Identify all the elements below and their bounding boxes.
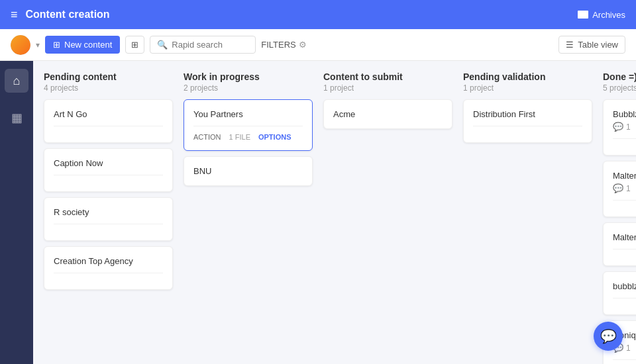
filters-icon: ⚙ [299,40,307,50]
card-title: Art N Go [54,109,163,119]
card-divider [54,273,163,273]
options-button[interactable]: OPTIONS [258,133,292,141]
sidebar-item-board[interactable]: ▦ [5,106,28,130]
hamburger-icon[interactable]: ≡ [11,8,18,22]
card-caption-now[interactable]: Caption Now [44,148,173,192]
column-header-wip: Work in progress 2 projects [184,71,313,93]
table-view-button[interactable]: ☰ Table view [558,36,625,54]
card-divider [54,126,163,126]
card-creation-top-agency[interactable]: Creation Top Agency [44,246,173,290]
card-actions: ACTION 1 FILE OPTIONS [193,133,303,141]
card-divider [54,224,163,224]
card-title: Creation Top Agency [54,256,163,266]
column-validation: Pending validation 1 project Distributio… [463,71,592,353]
column-header-submit: Content to submit 1 project [323,71,452,93]
card-title: Acme [333,109,443,119]
card-bubblz-2[interactable]: bubblz [603,271,636,315]
top-navigation: ≡ Content creation Archives [0,0,636,29]
column-count-pending: 4 projects [44,83,173,93]
column-header-done: Done =) 5 projects [603,71,636,93]
column-title-submit: Content to submit [323,71,452,82]
kanban-board: Pending content 4 projects Art N Go Capt… [33,61,636,364]
search-box: 🔍 [150,36,256,54]
card-title: Distribution First [473,109,582,119]
column-count-done: 5 projects [603,83,636,93]
grid-icon: ⊞ [131,40,138,50]
filters-text: FILTERS [261,40,296,50]
column-title-done: Done =) [603,71,636,82]
card-maltern-1[interactable]: Maltern 💬 1 [603,161,636,217]
card-maltern-2[interactable]: Maltern [603,222,636,266]
card-bnu[interactable]: BNU [184,156,313,186]
card-divider [613,200,636,201]
new-content-label: New content [64,40,112,50]
avatar-image [11,35,30,55]
column-submit: Content to submit 1 project Acme [323,71,452,353]
column-count-validation: 1 project [463,83,592,93]
column-title-wip: Work in progress [184,71,313,82]
card-divider [54,175,163,175]
column-done: Done =) 5 projects Bubblz 💬 1 Maltern 💬 … [603,71,636,353]
search-icon: 🔍 [157,40,168,50]
comment-icon: 💬 [613,122,623,132]
card-divider [473,126,582,126]
main-layout: ⌂ ▦ Pending content 4 projects Art N Go … [0,61,636,364]
card-divider [193,126,303,126]
comment-row: 💬 1 [613,122,636,132]
chat-bubble-button[interactable]: 💬 [594,322,623,351]
chat-icon: 💬 [600,328,617,344]
action-button[interactable]: ACTION [193,133,221,141]
avatar[interactable] [11,35,30,55]
column-header-validation: Pending validation 1 project [463,71,592,93]
card-divider [613,298,636,298]
table-view-label: Table view [578,40,618,50]
avatar-dropdown-icon[interactable]: ▾ [36,40,40,50]
comment-icon: 💬 [613,183,623,193]
column-title-pending: Pending content [44,71,173,82]
card-title: Caption Now [54,158,163,168]
card-divider [613,138,636,139]
page-title: Content creation [26,9,110,21]
card-r-society[interactable]: R society [44,197,173,241]
card-bubblz-1[interactable]: Bubblz 💬 1 [603,99,636,156]
card-title: R society [54,207,163,217]
card-title: You Partners [193,109,303,119]
card-you-partners[interactable]: You Partners ACTION 1 FILE OPTIONS [184,99,313,151]
comment-count: 1 [626,122,631,132]
card-title: Maltern [613,171,636,181]
sidebar: ⌂ ▦ [0,61,33,364]
column-count-submit: 1 project [323,83,452,93]
column-pending: Pending content 4 projects Art N Go Capt… [44,71,173,353]
card-title: BNU [193,166,303,176]
toolbar: ▾ ⊞ New content ⊞ 🔍 FILTERS ⚙ ☰ Table vi… [0,29,636,61]
new-content-button[interactable]: ⊞ New content [45,36,120,54]
archives-label: Archives [592,10,625,20]
column-count-wip: 2 projects [184,83,313,93]
card-acme[interactable]: Acme [323,99,452,129]
comment-row: 💬 1 [613,183,636,193]
file-label: 1 FILE [229,133,250,141]
column-header-pending: Pending content 4 projects [44,71,173,93]
new-content-icon: ⊞ [53,40,60,50]
filters-label[interactable]: FILTERS ⚙ [261,40,307,50]
card-title: Maltern [613,232,636,242]
comment-count: 1 [626,343,631,353]
column-wip: Work in progress 2 projects You Partners… [184,71,313,353]
table-icon: ☰ [566,40,574,50]
top-nav-left: ≡ Content creation [11,8,110,22]
comment-count: 1 [626,184,631,193]
card-divider [613,359,636,360]
search-input[interactable] [172,40,251,50]
column-title-validation: Pending validation [463,71,592,82]
card-art-n-go[interactable]: Art N Go [44,99,173,143]
card-title: Bubblz [613,109,636,119]
card-title: bubblz [613,281,636,291]
archives-icon [578,11,588,19]
sidebar-item-home[interactable]: ⌂ [5,69,28,93]
card-divider [613,249,636,250]
card-distribution-first[interactable]: Distribution First [463,99,592,143]
view-toggle-button[interactable]: ⊞ [125,36,144,54]
archives-button[interactable]: Archives [578,10,625,20]
